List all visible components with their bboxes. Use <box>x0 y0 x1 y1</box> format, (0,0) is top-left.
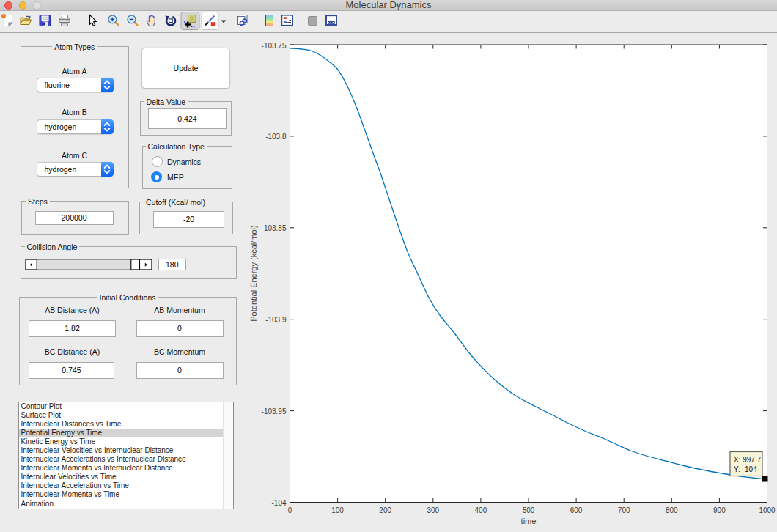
svg-text:200: 200 <box>379 506 391 514</box>
svg-text:-104: -104 <box>271 499 286 507</box>
svg-text:-103.9: -103.9 <box>265 316 287 324</box>
svg-text:Potential Energy (kcal/mol): Potential Energy (kcal/mol) <box>249 225 258 321</box>
svg-text:-103.75: -103.75 <box>262 42 287 50</box>
svg-text:900: 900 <box>713 506 726 514</box>
svg-text:Y: -104: Y: -104 <box>734 465 757 473</box>
svg-text:400: 400 <box>475 506 487 514</box>
svg-text:800: 800 <box>666 506 678 514</box>
svg-text:-103.95: -103.95 <box>262 407 287 415</box>
svg-text:500: 500 <box>523 506 535 514</box>
svg-text:-103.85: -103.85 <box>262 224 287 232</box>
svg-text:100: 100 <box>331 506 344 514</box>
svg-text:0: 0 <box>288 506 292 514</box>
svg-text:time: time <box>521 517 537 525</box>
svg-text:1000: 1000 <box>759 506 776 514</box>
svg-text:300: 300 <box>427 506 439 514</box>
svg-text:-103.8: -103.8 <box>265 133 287 141</box>
svg-text:X: 997.7: X: 997.7 <box>734 456 762 464</box>
svg-text:700: 700 <box>618 506 630 514</box>
svg-text:600: 600 <box>570 506 583 514</box>
